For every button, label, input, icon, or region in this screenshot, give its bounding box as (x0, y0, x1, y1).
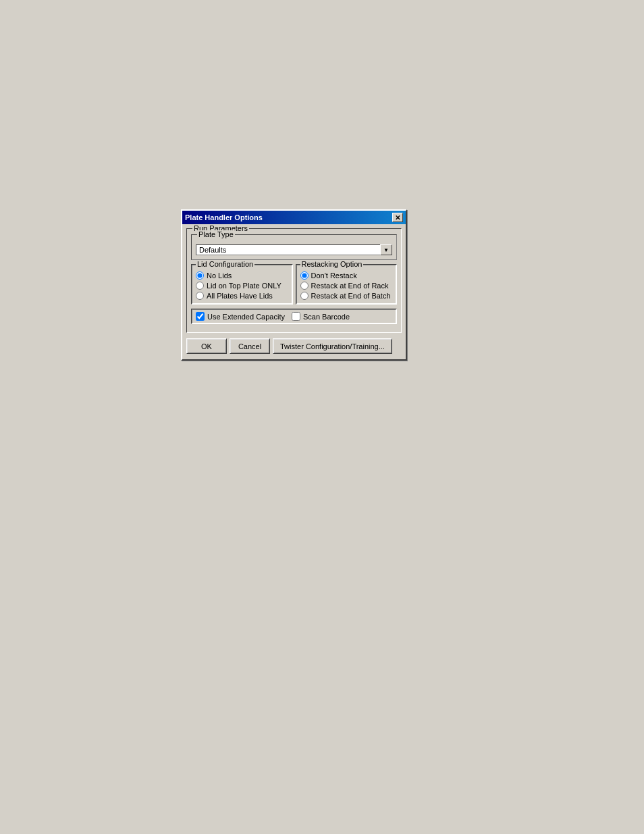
restacking-option-label: Restacking Option (300, 260, 364, 268)
lid-top-only-label: Lid on Top Plate ONLY (207, 282, 281, 290)
no-lids-label: No Lids (207, 271, 232, 280)
restack-end-rack-radio[interactable] (300, 282, 308, 290)
dont-restack-radio[interactable] (300, 271, 308, 280)
dialog-body: Run Parameters Plate Type Defaults ▼ (182, 224, 406, 359)
restack-option-1: Don't Restack (300, 271, 393, 280)
plate-handler-dialog: Plate Handler Options ✕ Run Parameters P… (181, 209, 407, 361)
use-extended-capacity-item: Use Extended Capacity (196, 312, 285, 321)
no-lids-radio[interactable] (196, 271, 204, 280)
scan-barcode-item: Scan Barcode (292, 312, 350, 321)
dont-restack-label: Don't Restack (311, 271, 357, 280)
plate-type-section: Plate Type Defaults ▼ (191, 234, 397, 260)
scan-barcode-label: Scan Barcode (303, 313, 350, 321)
lid-config-option-1: No Lids (196, 271, 288, 280)
title-bar: Plate Handler Options ✕ (182, 211, 406, 224)
twister-config-button[interactable]: Twister Configuration/Training... (273, 338, 392, 354)
lid-configuration-group: Lid Configuration No Lids Lid on Top Pla… (191, 264, 293, 305)
use-extended-capacity-checkbox[interactable] (196, 312, 205, 321)
run-parameters-group: Run Parameters Plate Type Defaults ▼ (186, 228, 402, 333)
options-columns: Lid Configuration No Lids Lid on Top Pla… (191, 264, 397, 305)
ok-button[interactable]: OK (186, 338, 227, 354)
all-lids-radio[interactable] (196, 292, 204, 300)
cancel-button[interactable]: Cancel (230, 338, 270, 354)
dialog-title: Plate Handler Options (185, 213, 263, 221)
restack-end-batch-label: Restack at End of Batch (311, 292, 391, 300)
restack-option-2: Restack at End of Rack (300, 282, 393, 290)
checkbox-row: Use Extended Capacity Scan Barcode (191, 309, 397, 324)
lid-config-option-3: All Plates Have Lids (196, 292, 288, 300)
lid-top-only-radio[interactable] (196, 282, 204, 290)
restacking-column: Restacking Option Don't Restack Restack … (296, 264, 398, 305)
lid-config-column: Lid Configuration No Lids Lid on Top Pla… (191, 264, 293, 305)
plate-type-label: Plate Type (197, 230, 235, 238)
restack-end-batch-radio[interactable] (300, 292, 308, 300)
plate-type-select[interactable]: Defaults (196, 244, 392, 255)
use-extended-capacity-label: Use Extended Capacity (207, 313, 285, 321)
lid-configuration-label: Lid Configuration (196, 260, 254, 268)
restack-end-rack-label: Restack at End of Rack (311, 282, 389, 290)
restack-option-3: Restack at End of Batch (300, 292, 393, 300)
scan-barcode-checkbox[interactable] (292, 312, 300, 321)
lid-config-option-2: Lid on Top Plate ONLY (196, 282, 288, 290)
plate-type-select-wrapper: Defaults ▼ (196, 244, 392, 255)
all-lids-label: All Plates Have Lids (207, 292, 273, 300)
close-button[interactable]: ✕ (392, 213, 403, 222)
button-row: OK Cancel Twister Configuration/Training… (186, 337, 402, 355)
restacking-option-group: Restacking Option Don't Restack Restack … (296, 264, 398, 305)
